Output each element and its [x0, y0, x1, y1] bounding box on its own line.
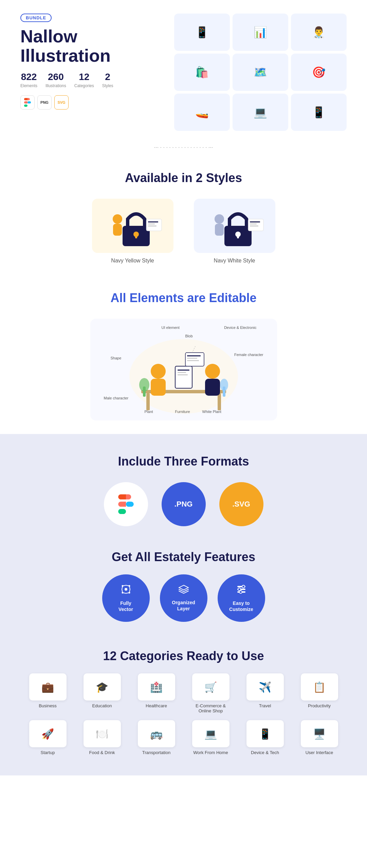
category-travel-label: Travel: [259, 703, 271, 708]
svg-rect-17: [250, 225, 258, 226]
category-education-label: Education: [92, 703, 112, 708]
svg-rect-32: [185, 353, 204, 366]
svg-point-27: [139, 378, 149, 392]
svg-rect-25: [205, 379, 220, 396]
hero-section: BUNDLE Nallow Illustration 822 Elements …: [0, 0, 367, 141]
category-transportation-thumb: 🚌: [138, 720, 175, 747]
category-startup: 🚀 Startup: [26, 720, 70, 755]
hero-illus-1: 📱: [174, 14, 230, 51]
hero-title-line1: Nallow: [20, 26, 77, 46]
formats-section-title: Include Three Formats: [20, 454, 347, 469]
category-ecommerce-thumb: 🛒: [192, 673, 230, 701]
svg-point-40: [122, 585, 123, 587]
category-food: 🍽️ Food & Drink: [80, 720, 124, 755]
svg-rect-33: [187, 355, 201, 356]
category-startup-thumb: 🚀: [29, 720, 67, 747]
editable-diagram: UI element Device & Electronic Blob Shap…: [90, 319, 277, 420]
label-white-plant: White Plant: [202, 410, 221, 414]
hero-illus-6: 🎯: [291, 54, 347, 91]
style-card-white: Navy White Style: [194, 199, 275, 264]
label-ui-element: UI element: [162, 326, 180, 330]
category-productivity: 📋 Productivity: [297, 673, 342, 713]
category-transportation-label: Transportation: [142, 750, 170, 755]
style-white-label: Navy White Style: [214, 258, 255, 263]
svg-rect-14: [248, 219, 263, 231]
vector-icon: [121, 584, 131, 598]
stat-categories-number: 12: [74, 72, 94, 82]
category-wfh-thumb: 💻: [192, 720, 230, 747]
category-startup-label: Startup: [41, 750, 55, 755]
svg-point-47: [238, 588, 241, 591]
svg-rect-11: [237, 234, 239, 238]
stat-illustrations: 260 Illustrations: [45, 72, 66, 88]
label-device: Device & Electronic: [224, 326, 256, 330]
svg-point-39: [125, 588, 127, 591]
category-travel-thumb: ✈️: [246, 673, 284, 701]
feature-fully-vector: FullyVector: [102, 574, 150, 622]
category-healthcare-thumb: 🏥: [138, 673, 175, 701]
category-productivity-thumb: 📋: [301, 673, 338, 701]
svg-rect-6: [148, 221, 158, 222]
svg-rect-35: [187, 360, 199, 361]
stat-styles: 2 Styles: [102, 72, 113, 88]
category-work-from-home: 💻 Work From Home: [189, 720, 233, 755]
png-badge: PNG: [37, 95, 52, 110]
label-male: Male character: [104, 396, 129, 400]
stat-elements-label: Elements: [20, 83, 37, 88]
svg-point-42: [128, 592, 130, 594]
svg-rect-16: [250, 223, 257, 224]
svg-point-49: [239, 591, 242, 593]
category-wfh-label: Work From Home: [193, 750, 228, 755]
hero-illus-4: 🛍️: [174, 54, 230, 91]
stat-styles-label: Styles: [102, 83, 113, 88]
hero-title-line2: Illustration: [20, 46, 111, 65]
hero-left: BUNDLE Nallow Illustration 822 Elements …: [20, 14, 164, 110]
style-card-yellow: Navy Yellow Style: [92, 199, 173, 264]
svg-point-38: [220, 379, 228, 391]
features-section: Get All Estately Features FullyVector: [0, 543, 367, 642]
stat-categories-label: Categories: [74, 83, 94, 88]
category-education: 🎓 Education: [80, 673, 124, 713]
stat-elements-number: 822: [20, 72, 37, 82]
svg-rect-30: [178, 372, 186, 373]
hero-stats: 822 Elements 260 Illustrations 12 Catego…: [20, 72, 164, 88]
categories-section: 12 Categories Ready to Use 💼 Business 🎓 …: [0, 642, 367, 775]
svg-rect-7: [148, 223, 155, 224]
figma-badge: [20, 95, 35, 110]
layer-icon: [178, 585, 189, 597]
label-shape: Shape: [111, 356, 122, 360]
label-furniture: Furniture: [175, 410, 190, 414]
format-png-circle: .PNG: [162, 482, 206, 526]
dot-divider: ··· · · · · · · · · · · · · · · · · ···: [0, 141, 367, 154]
format-svg-label: .SVG: [232, 500, 250, 509]
svg-rect-8: [148, 225, 157, 226]
stat-elements: 822 Elements: [20, 72, 37, 88]
category-food-thumb: 🍽️: [84, 720, 121, 747]
format-svg-circle: .SVG: [219, 482, 263, 526]
label-female: Female character: [234, 353, 263, 357]
svg-badge: SVG: [54, 95, 69, 110]
categories-grid: 💼 Business 🎓 Education 🏥 Healthcare 🛒 E-…: [20, 673, 347, 755]
category-ecommerce: 🛒 E-Commerce & Online Shop: [189, 673, 233, 713]
format-badges: PNG SVG: [20, 95, 164, 110]
svg-rect-20: [146, 393, 150, 410]
category-ui-thumb: 🖥️: [301, 720, 338, 747]
category-food-label: Food & Drink: [89, 750, 115, 755]
category-business: 💼 Business: [26, 673, 70, 713]
bundle-badge: BUNDLE: [20, 14, 52, 22]
svg-rect-23: [151, 379, 166, 396]
label-plant: Plant: [145, 410, 153, 414]
features-row: FullyVector OrganizedLayer: [20, 574, 347, 622]
svg-point-41: [128, 585, 130, 587]
styles-section: Available in 2 Styles: [0, 154, 367, 277]
svg-rect-2: [135, 234, 137, 238]
style-preview-yellow: [92, 199, 173, 253]
label-blob: Blob: [185, 334, 193, 338]
features-section-title: Get All Estately Features: [20, 550, 347, 564]
category-device-thumb: 📱: [246, 720, 284, 747]
hero-illus-9: 📱: [291, 94, 347, 131]
category-business-label: Business: [39, 703, 57, 708]
feature-easy-customize-label: Easy toCustomize: [229, 600, 253, 612]
style-yellow-label: Navy Yellow Style: [111, 258, 154, 263]
feature-fully-vector-label: FullyVector: [118, 600, 133, 612]
